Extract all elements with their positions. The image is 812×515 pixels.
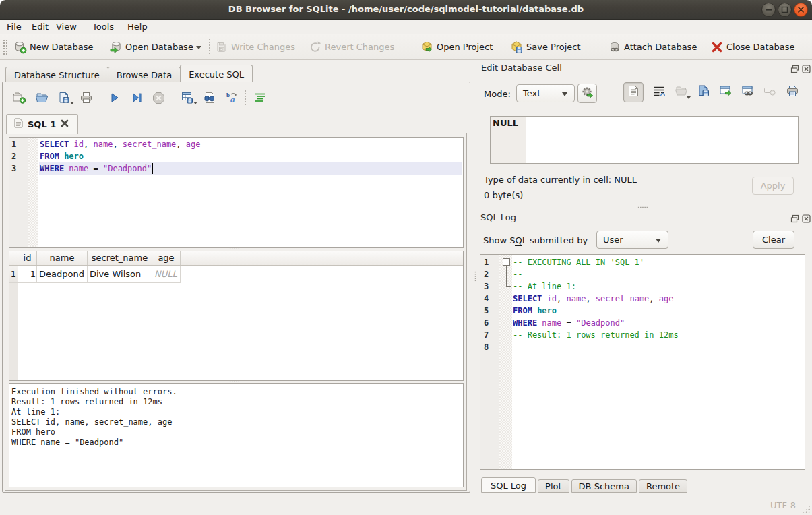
save-sql-file-button[interactable]: [53, 88, 75, 107]
open-tab-icon: [12, 91, 27, 104]
dock-close-icon[interactable]: [802, 213, 811, 222]
log-code: -- EXECUTING ALL IN 'SQL 1'---- At line …: [513, 256, 805, 353]
sql-tab-label: SQL 1: [28, 119, 56, 129]
cell-id[interactable]: 1: [18, 266, 37, 283]
cell-secret-name[interactable]: Dive Wilson: [88, 266, 152, 283]
close-tab-icon[interactable]: [61, 119, 69, 129]
new-database-button[interactable]: New Database: [9, 38, 98, 57]
menu-edit[interactable]: Edit: [27, 20, 53, 33]
size-grip[interactable]: [802, 505, 811, 514]
cell-name[interactable]: Deadpond: [37, 266, 88, 283]
save-project-label: Save Project: [526, 42, 581, 52]
find-replace-icon: ba: [225, 91, 239, 104]
cell-age[interactable]: NULL: [152, 266, 181, 283]
save-sql-dropdown-icon: [70, 102, 74, 107]
dock-tab-sql-log[interactable]: SQL Log: [481, 477, 536, 493]
fold-marker-icon[interactable]: [503, 258, 510, 266]
results-header-secret-name[interactable]: secret_name: [88, 251, 152, 265]
dock-tab-plot[interactable]: Plot: [538, 479, 569, 493]
import-data-icon: [675, 84, 688, 100]
tab-database-structure[interactable]: Database Structure: [5, 67, 108, 82]
write-changes-button[interactable]: Write Changes: [210, 38, 300, 57]
stop-icon: [152, 92, 165, 104]
execute-line-button[interactable]: [125, 88, 148, 107]
print-button[interactable]: [75, 88, 97, 107]
save-as-button[interactable]: [697, 86, 710, 99]
cell-value-editor[interactable]: NULL: [490, 116, 799, 164]
mode-combobox[interactable]: Text: [516, 84, 575, 102]
sql-log-title: SQL Log: [480, 212, 516, 222]
open-database-dropdown-icon[interactable]: [195, 41, 202, 53]
attach-database-label: Attach Database: [624, 42, 697, 52]
stop-button[interactable]: [148, 88, 170, 107]
apply-button[interactable]: Apply: [752, 177, 794, 195]
attach-database-button[interactable]: Attach Database: [603, 38, 701, 57]
app-window: DB Browser for SQLite - /home/user/code/…: [0, 0, 812, 515]
dock-close-icon[interactable]: [802, 63, 811, 72]
dock-tab-db-schema[interactable]: DB Schema: [571, 479, 637, 493]
tab-sql1[interactable]: SQL 1: [6, 114, 78, 134]
cell-toolbar: [623, 82, 799, 102]
dock-float-icon[interactable]: [790, 213, 799, 222]
editor-code: SELECT id, name, secret_name, ageFROM he…: [40, 138, 463, 175]
sql-source-combobox[interactable]: User: [596, 231, 668, 249]
find-replace-button[interactable]: ba: [220, 88, 243, 107]
open-database-button[interactable]: Open Database: [104, 38, 198, 57]
toolbar-separator: [598, 39, 598, 55]
titlebar: DB Browser for SQLite - /home/user/code/…: [0, 0, 812, 20]
tab-execute-sql[interactable]: Execute SQL: [180, 65, 253, 82]
open-project-button[interactable]: Open Project: [416, 38, 497, 57]
menu-view[interactable]: View: [51, 20, 82, 33]
menu-tools[interactable]: Tools: [88, 20, 119, 33]
open-tab-button[interactable]: [8, 88, 30, 107]
messages-area[interactable]: Execution finished without errors.Result…: [9, 383, 464, 487]
execute-all-button[interactable]: [103, 88, 125, 107]
menu-file[interactable]: File: [2, 20, 26, 33]
results-header-id[interactable]: id: [18, 251, 37, 265]
main-splitter[interactable]: [474, 271, 476, 282]
set-null-button[interactable]: [763, 86, 777, 99]
execute-sql-pane: ba SQL 1 123 SELECT id, name, secret_nam…: [2, 82, 470, 493]
main-tabbar: Database Structure Browse Data Execute S…: [5, 65, 252, 82]
dock-tab-remote[interactable]: Remote: [639, 479, 687, 493]
import-data-dropdown-icon: [687, 96, 691, 101]
results-header-name[interactable]: name: [37, 251, 88, 265]
find-icon: [203, 91, 216, 104]
sql-log-editor[interactable]: 12345678 -- EXECUTING ALL IN 'SQL 1'----…: [480, 254, 805, 470]
results-row[interactable]: 1 1 Deadpond Dive Wilson NULL: [9, 266, 463, 283]
attach-database-icon: [608, 40, 621, 54]
show-sql-label: Show SQL submitted by: [483, 235, 588, 245]
results-header-age[interactable]: age: [152, 251, 181, 265]
tab-browse-data[interactable]: Browse Data: [108, 67, 181, 82]
splitter-results-messages[interactable]: [229, 380, 240, 382]
toolbar-handle[interactable]: [2, 38, 7, 56]
menu-help[interactable]: Help: [123, 20, 152, 33]
import-data-button[interactable]: [675, 86, 688, 99]
maximize-icon[interactable]: [778, 3, 792, 17]
fold-line: [506, 286, 511, 287]
dock-float-icon[interactable]: [790, 63, 799, 72]
text-mode-button[interactable]: [623, 82, 644, 102]
print-cell-button[interactable]: [786, 86, 799, 99]
open-external-button[interactable]: [719, 86, 732, 99]
text-caret: [152, 163, 153, 174]
import-settings-icon: [581, 86, 594, 102]
close-icon[interactable]: [794, 3, 808, 17]
minimize-icon[interactable]: [761, 3, 776, 17]
revert-changes-button[interactable]: Revert Changes: [304, 38, 399, 57]
word-wrap-button[interactable]: [652, 86, 666, 99]
sql-editor[interactable]: 123 SELECT id, name, secret_name, ageFRO…: [9, 137, 464, 248]
import-settings-button[interactable]: [577, 84, 597, 103]
close-database-button[interactable]: Close Database: [706, 38, 800, 57]
clear-button[interactable]: Clear: [753, 231, 794, 249]
format-button[interactable]: [249, 88, 271, 107]
edit-cell-dock: Edit Database Cell Mode: Text: [480, 61, 811, 203]
copy-link-button[interactable]: [741, 86, 755, 99]
results-header: id name secret_name age: [9, 251, 463, 266]
find-button[interactable]: [198, 88, 220, 107]
splitter-editor-results[interactable]: [229, 247, 240, 249]
open-sql-file-button[interactable]: [30, 88, 53, 107]
splitter-docks[interactable]: [637, 206, 648, 208]
export-results-button[interactable]: [176, 88, 198, 107]
save-project-button[interactable]: Save Project: [505, 38, 586, 57]
